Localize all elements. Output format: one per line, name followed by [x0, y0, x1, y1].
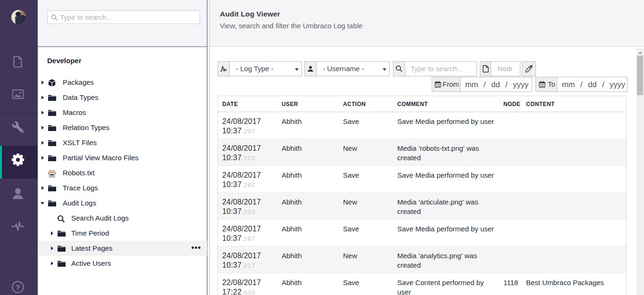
svg-text:?: ?	[16, 283, 20, 291]
